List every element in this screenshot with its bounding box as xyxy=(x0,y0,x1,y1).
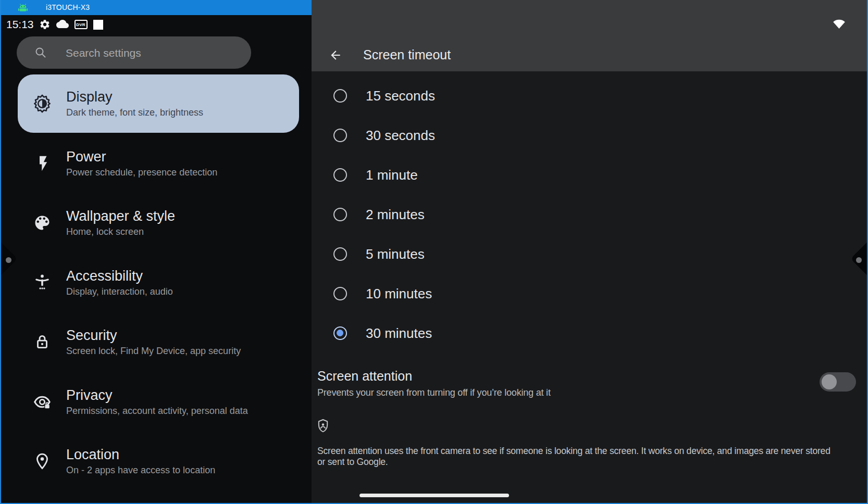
sidebar-item-label: Display xyxy=(66,89,203,105)
sidebar-item-label: Wallpaper & style xyxy=(66,208,175,224)
clock: 15:13 xyxy=(6,18,34,31)
right-edge-tab-dot xyxy=(856,257,862,263)
sidebar-item-security[interactable]: Security Screen lock, Find My Device, ap… xyxy=(1,313,312,371)
option-30-minutes-selected[interactable]: 30 minutes xyxy=(312,313,867,353)
option-label: 10 minutes xyxy=(366,286,432,302)
eye-lock-icon xyxy=(32,392,53,412)
cloud-icon xyxy=(56,20,69,29)
toggle-thumb xyxy=(822,374,837,389)
radio-icon xyxy=(333,89,347,103)
lock-icon xyxy=(32,332,53,352)
arrow-left-icon xyxy=(329,48,342,62)
window-title: i3TOUCH-X3 xyxy=(46,3,90,11)
screen-attention-toggle[interactable] xyxy=(820,372,856,392)
radio-icon xyxy=(333,247,347,261)
sidebar-item-label: Location xyxy=(66,447,215,463)
android-robot-icon xyxy=(17,3,29,14)
left-edge-tab-dot xyxy=(6,257,11,263)
search-input[interactable] xyxy=(65,36,244,70)
brightness-icon xyxy=(32,93,53,114)
sidebar-item-privacy[interactable]: Privacy Permissions, account activity, p… xyxy=(1,373,312,431)
settings-sidebar: 15:13 DVR xyxy=(1,15,312,503)
sidebar-item-label: Privacy xyxy=(66,387,248,404)
option-label: 30 seconds xyxy=(366,128,435,144)
palette-icon xyxy=(32,212,53,233)
radio-icon xyxy=(333,287,347,300)
sidebar-item-label: Accessibility xyxy=(66,268,173,284)
content-header: Screen timeout xyxy=(312,0,867,71)
status-bar: 15:13 DVR xyxy=(6,18,109,31)
sidebar-item-label: Power xyxy=(66,149,217,165)
navigation-handle[interactable] xyxy=(359,494,509,497)
radio-selected-icon xyxy=(333,326,347,340)
option-5-minutes[interactable]: 5 minutes xyxy=(312,234,867,274)
sidebar-item-sublabel: Home, lock screen xyxy=(66,226,175,237)
sidebar-item-label: Security xyxy=(66,327,241,344)
dvr-badge: DVR xyxy=(75,20,88,29)
radio-icon xyxy=(333,208,347,221)
radio-icon xyxy=(333,129,347,142)
option-2-minutes[interactable]: 2 minutes xyxy=(312,195,867,234)
back-button[interactable] xyxy=(324,44,347,67)
sidebar-item-sublabel: Power schedule, presence detection xyxy=(66,167,217,178)
sidebar-item-wallpaper-style[interactable]: Wallpaper & style Home, lock screen xyxy=(1,194,312,252)
option-1-minute[interactable]: 1 minute xyxy=(312,155,867,195)
radio-icon xyxy=(333,168,347,182)
location-pin-icon xyxy=(32,451,53,472)
search-icon xyxy=(34,46,47,59)
sidebar-item-display[interactable]: Display Dark theme, font size, brightnes… xyxy=(18,74,299,133)
option-label: 2 minutes xyxy=(366,207,425,223)
sidebar-item-power[interactable]: Power Power schedule, presence detection xyxy=(1,134,312,193)
option-label: 30 minutes xyxy=(366,325,432,342)
wifi-icon xyxy=(833,19,846,31)
android-screen: 15:13 DVR xyxy=(1,15,867,503)
option-label: 15 seconds xyxy=(366,88,435,104)
screen-attention-subtitle: Prevents your screen from turning off if… xyxy=(317,387,807,398)
screen-attention-row: Screen attention Prevents your screen fr… xyxy=(317,369,807,398)
search-settings-field[interactable] xyxy=(17,36,251,69)
sidebar-item-sublabel: On - 2 apps have access to location xyxy=(66,464,215,476)
option-30-seconds[interactable]: 30 seconds xyxy=(312,116,867,155)
page-title: Screen timeout xyxy=(363,47,451,62)
gear-icon xyxy=(39,19,51,30)
sidebar-item-sublabel: Screen lock, Find My Device, app securit… xyxy=(66,345,241,357)
screen-attention-title: Screen attention xyxy=(317,369,807,384)
option-15-seconds[interactable]: 15 seconds xyxy=(312,76,867,116)
option-10-minutes[interactable]: 10 minutes xyxy=(312,274,867,313)
shield-person-icon xyxy=(317,419,329,435)
screen-timeout-panel: Screen timeout 15 seconds 30 seconds 1 m… xyxy=(312,15,867,503)
square-app-icon xyxy=(93,20,103,30)
app-window: i3TOUCH-X3 15:13 xyxy=(0,0,868,504)
screen-attention-note: Screen attention uses the front camera t… xyxy=(317,446,830,468)
sidebar-item-sublabel: Permissions, account activity, personal … xyxy=(66,405,248,417)
option-label: 5 minutes xyxy=(366,246,425,262)
sidebar-item-location[interactable]: Location On - 2 apps have access to loca… xyxy=(1,432,312,490)
accessibility-person-icon xyxy=(32,272,53,293)
option-label: 1 minute xyxy=(366,167,418,183)
lightning-bolt-icon xyxy=(32,153,53,174)
sidebar-item-sublabel: Dark theme, font size, brightness xyxy=(66,107,203,118)
sidebar-item-accessibility[interactable]: Accessibility Display, interaction, audi… xyxy=(1,254,312,312)
sidebar-item-sublabel: Display, interaction, audio xyxy=(66,286,173,297)
